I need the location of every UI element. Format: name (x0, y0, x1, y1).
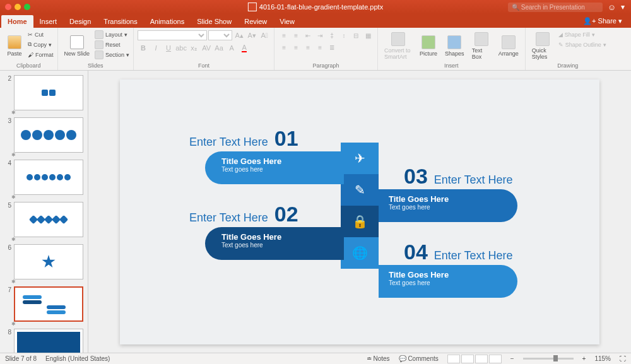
numbering-button[interactable]: ≡ (290, 30, 302, 41)
titlebar: 4016-01-flat-blue-gradient-template.pptx… (0, 0, 631, 14)
window-controls (5, 4, 30, 10)
reset-icon (95, 40, 103, 49)
section-button[interactable]: Section ▾ (95, 50, 129, 59)
dropdown-icon[interactable]: ▾ (621, 3, 625, 11)
font-size-select[interactable] (208, 30, 232, 40)
document-title: 4016-01-flat-blue-gradient-template.pptx (248, 3, 383, 11)
main-area: 2✱3✱4✱5✱6✱7✱8✱ ✈✎🔒🌐 Enter Text Here 01Ti… (0, 71, 631, 353)
shapes-button[interactable]: Shapes (442, 30, 467, 62)
thumbnail-4[interactable]: 4 (0, 158, 88, 197)
subscript-button[interactable]: x₂ (188, 42, 199, 54)
align-text-button[interactable]: ⊟ (350, 30, 362, 41)
strikethrough-button[interactable]: abc (175, 42, 187, 54)
comments-button[interactable]: 💬 Comments (399, 355, 439, 362)
fit-button[interactable]: ⛶ (620, 355, 626, 362)
thumbnail-2[interactable]: 2 (0, 73, 88, 112)
text-direction-button[interactable]: ↕ (338, 30, 350, 41)
thumbnail-5[interactable]: 5 (0, 200, 88, 239)
slide[interactable]: ✈✎🔒🌐 Enter Text Here 01Title Goes HereTe… (120, 79, 599, 344)
center-icon: ✈ (341, 143, 379, 174)
layout-icon (95, 30, 103, 39)
center-icon: 🔒 (341, 206, 379, 237)
textbox-button[interactable]: Text Box (469, 30, 493, 62)
ribbon-group-slides: New Slide Layout ▾ Reset Section ▾ Slide… (58, 28, 134, 70)
font-color-button[interactable]: A (239, 42, 250, 54)
case-button[interactable]: Aa (213, 42, 225, 54)
font-family-select[interactable] (138, 30, 207, 40)
tab-view[interactable]: View (273, 15, 301, 28)
underline-button[interactable]: U (163, 42, 174, 54)
bullets-button[interactable]: ≡ (278, 30, 290, 41)
quick-styles-button[interactable]: Quick Styles (529, 30, 556, 62)
tab-design[interactable]: Design (63, 15, 97, 28)
view-buttons (447, 355, 502, 363)
language-indicator[interactable]: English (United States) (45, 355, 110, 362)
decrease-font-button[interactable]: A▾ (246, 30, 257, 41)
reset-button[interactable]: Reset (95, 40, 129, 49)
statusbar: Slide 7 of 8 English (United States) ≐ N… (0, 353, 631, 364)
tab-home[interactable]: Home (1, 15, 33, 28)
center-icon: ✎ (341, 174, 379, 206)
layout-button[interactable]: Layout ▾ (95, 30, 129, 39)
slide-canvas[interactable]: ✈✎🔒🌐 Enter Text Here 01Title Goes HereTe… (88, 71, 631, 353)
share-button[interactable]: 👤+ Share ▾ (581, 15, 625, 28)
notes-button[interactable]: ≐ Notes (367, 355, 390, 362)
zoom-slider[interactable] (523, 358, 574, 360)
zoom-out-button[interactable]: − (510, 355, 514, 362)
search-icon: 🔍 (512, 4, 519, 11)
columns-button[interactable]: ▦ (362, 30, 374, 41)
align-center-button[interactable]: ≡ (290, 42, 302, 53)
align-right-button[interactable]: ≡ (302, 42, 314, 53)
thumbnail-7[interactable]: 7 (0, 285, 88, 324)
minimize-window-icon[interactable] (15, 4, 21, 10)
thumbnail-3[interactable]: 3 (0, 115, 88, 155)
tab-insert[interactable]: Insert (33, 15, 64, 28)
copy-button[interactable]: ⧉Copy ▾ (28, 40, 54, 49)
align-left-button[interactable]: ≡ (278, 42, 290, 53)
slide-counter[interactable]: Slide 7 of 8 (5, 355, 37, 362)
ribbon-group-insert: Convert to SmartArt Picture Shapes Text … (378, 28, 526, 70)
normal-view-button[interactable] (447, 355, 460, 363)
increase-indent-button[interactable]: ⇥ (314, 30, 326, 41)
tab-animations[interactable]: Animations (144, 15, 191, 28)
new-slide-button[interactable]: New Slide (62, 30, 93, 62)
smartart-button[interactable]: Convert to SmartArt (382, 30, 415, 62)
tab-review[interactable]: Review (238, 15, 273, 28)
decrease-indent-button[interactable]: ⇤ (302, 30, 314, 41)
tab-slide-show[interactable]: Slide Show (191, 15, 238, 28)
shape-outline-button[interactable]: ✎Shape Outline ▾ (558, 40, 606, 49)
clear-format-button[interactable]: A⃠ (259, 30, 270, 41)
tab-transitions[interactable]: Transitions (97, 15, 143, 28)
justify-button[interactable]: ≡ (314, 42, 326, 53)
paste-button[interactable]: Paste (4, 30, 25, 62)
sorter-view-button[interactable] (461, 355, 474, 363)
format-painter-button[interactable]: 🖌Format (28, 50, 54, 59)
copy-icon: ⧉ (28, 41, 32, 48)
shape-fill-button[interactable]: ◢Shape Fill ▾ (558, 30, 606, 39)
outline-icon: ✎ (558, 42, 563, 48)
bold-button[interactable]: B (138, 42, 149, 54)
thumbnail-6[interactable]: 6 (0, 242, 88, 281)
cut-button[interactable]: ✂Cut (28, 30, 54, 39)
reading-view-button[interactable] (475, 355, 488, 363)
section-icon (95, 50, 103, 59)
brush-icon: 🖌 (28, 52, 33, 58)
italic-button[interactable]: I (150, 42, 162, 54)
arrange-button[interactable]: Arrange (496, 30, 521, 62)
distribute-button[interactable]: ≣ (326, 42, 338, 53)
slide-thumbnails[interactable]: 2✱3✱4✱5✱6✱7✱8✱ (0, 71, 88, 353)
zoom-level[interactable]: 115% (594, 355, 611, 362)
feedback-icon[interactable]: ☺ (608, 3, 616, 12)
picture-button[interactable]: Picture (417, 30, 440, 62)
search-input[interactable]: 🔍 Search in Presentation (508, 3, 603, 12)
thumbnail-8[interactable]: 8 (0, 327, 88, 353)
zoom-in-button[interactable]: + (582, 355, 586, 362)
superscript-button[interactable]: AV (201, 42, 212, 54)
increase-font-button[interactable]: A▴ (233, 30, 245, 41)
close-window-icon[interactable] (5, 4, 11, 10)
line-spacing-button[interactable]: ‡ (326, 30, 338, 41)
slideshow-view-button[interactable] (489, 355, 502, 363)
scissors-icon: ✂ (28, 32, 33, 38)
highlight-button[interactable]: A (226, 42, 237, 54)
maximize-window-icon[interactable] (24, 4, 30, 10)
